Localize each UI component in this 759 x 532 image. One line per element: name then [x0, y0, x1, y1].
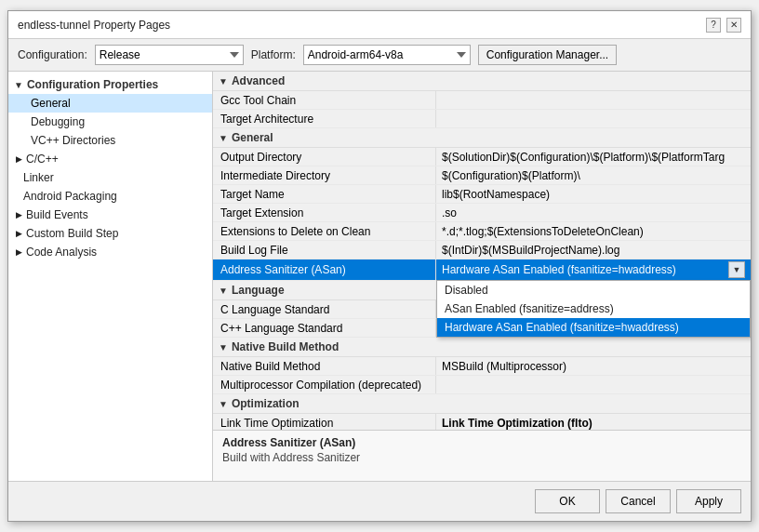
- prop-name-asan: Address Sanitizer (ASan): [213, 259, 436, 280]
- prop-name-cpp-lang: C++ Language Standard: [213, 319, 436, 337]
- prop-name-multiprocessor: Multiprocessor Compilation (deprecated): [213, 376, 436, 393]
- asan-dropdown: Disabled ASan Enabled (fsanitize=address…: [436, 280, 751, 338]
- tree-item-general[interactable]: General: [8, 94, 212, 113]
- tree-item-debugging[interactable]: Debugging: [8, 113, 212, 131]
- bottom-bar: OK Cancel Apply: [8, 481, 751, 521]
- build-events-label: Build Events: [26, 208, 88, 221]
- dropdown-item-hwasan[interactable]: Hardware ASan Enabled (fsanitize=hwaddre…: [437, 318, 750, 337]
- platform-select[interactable]: Android-arm64-v8a: [303, 45, 471, 65]
- prop-value-gcc: [436, 91, 751, 109]
- prop-value-ext-delete: *.d;*.tlog;$(ExtensionsToDeleteOnClean): [436, 222, 751, 240]
- info-description: Build with Address Sanitizer: [222, 451, 741, 464]
- language-arrow: ▼: [219, 286, 228, 296]
- prop-value-output-dir: $(SolutionDir)$(Configuration)\$(Platfor…: [436, 148, 751, 166]
- tree-item-android-packaging[interactable]: Android Packaging: [8, 187, 212, 206]
- info-title: Address Sanitizer (ASan): [222, 436, 741, 449]
- code-analysis-arrow: ▶: [16, 247, 22, 257]
- section-optimization[interactable]: ▼ Optimization: [213, 394, 751, 414]
- section-general[interactable]: ▼ General: [213, 128, 751, 148]
- row-target-architecture[interactable]: Target Architecture: [213, 110, 751, 128]
- right-panel: ▼ Advanced Gcc Tool Chain Target Archite…: [213, 72, 751, 481]
- row-target-name[interactable]: Target Name lib$(RootNamespace): [213, 185, 751, 204]
- prop-value-native-method: MSBuild (Multiprocessor): [436, 357, 751, 375]
- tree-root-arrow: ▼: [14, 80, 23, 90]
- tree-root[interactable]: ▼ Configuration Properties: [8, 75, 212, 94]
- row-gcc-tool-chain[interactable]: Gcc Tool Chain: [213, 91, 751, 110]
- help-button[interactable]: ?: [706, 18, 721, 33]
- prop-name-gcc: Gcc Tool Chain: [213, 91, 436, 109]
- custom-build-arrow: ▶: [16, 229, 22, 238]
- row-intermediate-dir[interactable]: Intermediate Directory $(Configuration)$…: [213, 166, 751, 185]
- dropdown-item-disabled[interactable]: Disabled: [437, 281, 750, 299]
- dialog-title: endless-tunnel Property Pages: [18, 19, 170, 32]
- properties-table: ▼ Advanced Gcc Tool Chain Target Archite…: [213, 72, 751, 430]
- native-build-label: Native Build Method: [232, 340, 339, 353]
- row-lto[interactable]: Link Time Optimization Link Time Optimiz…: [213, 414, 751, 430]
- tree-item-vc-directories[interactable]: VC++ Directories: [8, 131, 212, 150]
- config-bar: Configuration: Release Platform: Android…: [8, 39, 751, 72]
- info-panel: Address Sanitizer (ASan) Build with Addr…: [213, 430, 751, 481]
- prop-name-build-log: Build Log File: [213, 241, 436, 259]
- dropdown-item-asan[interactable]: ASan Enabled (fsanitize=address): [437, 299, 750, 318]
- prop-name-target-arch: Target Architecture: [213, 110, 436, 127]
- code-analysis-label: Code Analysis: [26, 246, 97, 259]
- general-label: General: [232, 131, 273, 144]
- prop-value-target-ext: .so: [436, 204, 751, 221]
- ok-button[interactable]: OK: [535, 489, 600, 513]
- cpp-arrow: ▶: [16, 154, 22, 164]
- row-native-build-method[interactable]: Native Build Method MSBuild (Multiproces…: [213, 357, 751, 376]
- optimization-arrow: ▼: [219, 399, 228, 409]
- prop-value-intermediate-dir: $(Configuration)$(Platform)\: [436, 166, 751, 184]
- row-address-sanitizer[interactable]: Address Sanitizer (ASan) Hardware ASan E…: [213, 259, 751, 281]
- prop-name-c-lang: C Language Standard: [213, 300, 436, 318]
- row-build-log[interactable]: Build Log File $(IntDir)$(MSBuildProject…: [213, 241, 751, 259]
- prop-name-intermediate-dir: Intermediate Directory: [213, 166, 436, 184]
- tree-group-code-analysis[interactable]: ▶ Code Analysis: [8, 243, 212, 261]
- cancel-button[interactable]: Cancel: [606, 489, 671, 513]
- platform-label: Platform:: [251, 48, 296, 61]
- advanced-arrow: ▼: [219, 76, 228, 86]
- prop-value-target-arch: [436, 110, 751, 127]
- row-target-ext[interactable]: Target Extension .so: [213, 204, 751, 222]
- prop-value-lto: Link Time Optimization (flto): [436, 414, 751, 430]
- asan-dropdown-btn[interactable]: ▼: [728, 261, 745, 278]
- row-output-dir[interactable]: Output Directory $(SolutionDir)$(Configu…: [213, 148, 751, 166]
- config-label: Configuration:: [18, 48, 87, 61]
- prop-name-target-name: Target Name: [213, 185, 436, 203]
- tree-group-cpp[interactable]: ▶ C/C++: [8, 150, 212, 168]
- prop-name-output-dir: Output Directory: [213, 148, 436, 166]
- prop-value-target-name: lib$(RootNamespace): [436, 185, 751, 203]
- configuration-select[interactable]: Release: [95, 45, 244, 65]
- title-bar-controls: ? ✕: [706, 18, 741, 33]
- asan-value-text: Hardware ASan Enabled (fsanitize=hwaddre…: [442, 263, 728, 276]
- prop-name-native-method: Native Build Method: [213, 357, 436, 375]
- tree-group-custom-build[interactable]: ▶ Custom Build Step: [8, 224, 212, 243]
- apply-button[interactable]: Apply: [676, 489, 741, 513]
- prop-name-lto: Link Time Optimization: [213, 414, 436, 430]
- row-multiprocessor[interactable]: Multiprocessor Compilation (deprecated): [213, 376, 751, 394]
- section-native-build[interactable]: ▼ Native Build Method: [213, 338, 751, 357]
- close-button[interactable]: ✕: [726, 18, 741, 33]
- general-arrow: ▼: [219, 133, 228, 143]
- advanced-label: Advanced: [232, 74, 285, 87]
- section-advanced[interactable]: ▼ Advanced: [213, 72, 751, 91]
- cpp-label: C/C++: [26, 153, 59, 166]
- main-content: ▼ Configuration Properties General Debug…: [8, 72, 751, 481]
- native-build-arrow: ▼: [219, 342, 228, 352]
- tree-group-build-events[interactable]: ▶ Build Events: [8, 206, 212, 224]
- prop-value-multiprocessor: [436, 376, 751, 393]
- config-manager-button[interactable]: Configuration Manager...: [478, 45, 617, 65]
- build-events-arrow: ▶: [16, 210, 22, 219]
- prop-value-build-log: $(IntDir)$(MSBuildProjectName).log: [436, 241, 751, 259]
- tree-item-linker[interactable]: Linker: [8, 168, 212, 187]
- tree-root-label: Configuration Properties: [27, 78, 158, 91]
- custom-build-label: Custom Build Step: [26, 227, 118, 240]
- property-pages-dialog: endless-tunnel Property Pages ? ✕ Config…: [7, 10, 752, 522]
- row-ext-delete[interactable]: Extensions to Delete on Clean *.d;*.tlog…: [213, 222, 751, 241]
- prop-value-asan[interactable]: Hardware ASan Enabled (fsanitize=hwaddre…: [436, 259, 751, 280]
- left-panel: ▼ Configuration Properties General Debug…: [8, 72, 213, 481]
- prop-name-ext-delete: Extensions to Delete on Clean: [213, 222, 436, 240]
- optimization-label: Optimization: [232, 397, 300, 410]
- language-label: Language: [232, 284, 285, 297]
- prop-name-target-ext: Target Extension: [213, 204, 436, 221]
